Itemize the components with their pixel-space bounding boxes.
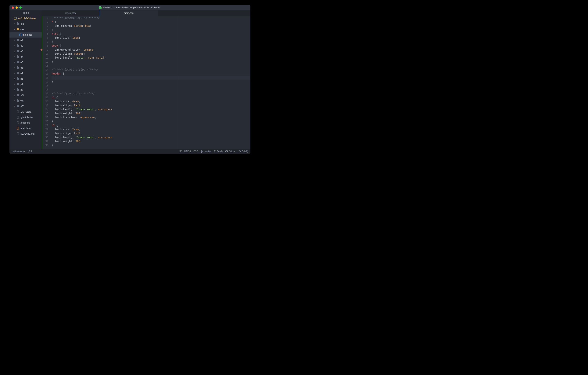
tree-item[interactable]: ▾css: [10, 27, 42, 32]
status-github[interactable]: GitHub: [225, 150, 236, 153]
code-line[interactable]: [52, 88, 251, 92]
status-fetch[interactable]: Fetch: [213, 150, 223, 153]
tree-root[interactable]: ▾avt217-fa20-tues: [10, 16, 42, 21]
minimize-icon[interactable]: [16, 6, 18, 9]
code-line[interactable]: [52, 84, 251, 88]
tree-item[interactable]: ›w5: [10, 92, 42, 98]
code-line[interactable]: }: [52, 28, 251, 32]
code-line[interactable]: background-color: tomato;: [52, 48, 251, 52]
code-line[interactable]: /****** general styles ******/: [52, 16, 251, 20]
code-line[interactable]: }: [52, 120, 251, 123]
code-line[interactable]: font-size: 4rem;: [52, 99, 251, 103]
tab[interactable]: index.html: [42, 10, 100, 16]
tree-item[interactable]: README.md: [10, 131, 42, 136]
folder-icon: [17, 94, 19, 96]
code-line[interactable]: header {: [52, 72, 251, 76]
file-icon: [17, 132, 19, 135]
tree-item[interactable]: ›w7: [10, 103, 42, 109]
status-path[interactable]: css/main.css: [12, 150, 25, 153]
code-line[interactable]: [52, 64, 251, 68]
code-line[interactable]: }: [52, 40, 251, 44]
line-number: 22: [42, 99, 49, 103]
status-lang[interactable]: CSS: [193, 150, 198, 153]
tree-item-label: p1: [21, 77, 23, 80]
code-line[interactable]: }: [52, 143, 251, 147]
tree-item-label: w5: [21, 94, 24, 97]
tree-root-label: avt217-fa20-tues: [18, 17, 36, 20]
tree-item[interactable]: ›e1: [10, 38, 42, 43]
tree-item[interactable]: .gitignore: [10, 120, 42, 125]
code-line[interactable]: font-weight: 700;: [52, 139, 251, 143]
tree-item[interactable]: ›p2: [10, 81, 42, 87]
line-number: 30: [42, 131, 49, 135]
tree-item[interactable]: ›w6: [10, 98, 42, 103]
tree-item[interactable]: ›e2: [10, 43, 42, 49]
tree-item[interactable]: .DS_Store: [10, 109, 42, 114]
line-number: 10: [42, 52, 49, 56]
tree-item[interactable]: ›e3: [10, 49, 42, 54]
file-tree[interactable]: ▾avt217-fa20-tues›.git▾cssmain.css›e1›e2…: [10, 16, 42, 149]
zoom-icon[interactable]: [19, 6, 21, 9]
code-line[interactable]: text-align: center;: [52, 52, 251, 56]
line-number: 14: [42, 68, 49, 72]
code-line[interactable]: font-size: 2rem;: [52, 127, 251, 131]
file-icon: [17, 121, 19, 124]
tree-item[interactable]: ›e4: [10, 54, 42, 60]
folder-icon: [17, 61, 19, 63]
code-line[interactable]: h2 {: [52, 123, 251, 127]
tree-item[interactable]: index.html: [10, 125, 42, 131]
tree-item[interactable]: ›.git: [10, 21, 42, 27]
tab[interactable]: main.css: [100, 10, 158, 16]
code-line[interactable]: body {: [52, 44, 251, 48]
line-number: 24: [42, 108, 49, 111]
folder-icon: [17, 28, 19, 30]
code-line[interactable]: font-size: 16px;: [52, 36, 251, 40]
status-git[interactable]: Git (2): [239, 150, 248, 153]
tree-item-label: .gitignore: [20, 121, 30, 124]
code-line[interactable]: }: [52, 80, 251, 84]
code-line[interactable]: font-weight: 700;: [52, 111, 251, 115]
code-line[interactable]: text-align: left;: [52, 131, 251, 135]
status-encoding[interactable]: UTF-8: [184, 150, 191, 153]
sidebar-header: Project: [10, 10, 42, 16]
tree-item[interactable]: ›e6: [10, 65, 42, 70]
tree-item[interactable]: ›e5: [10, 60, 42, 65]
status-branch[interactable]: master: [201, 150, 211, 153]
tree-item-label: w7: [21, 105, 24, 108]
code-line[interactable]: h1 {: [52, 96, 251, 99]
editor[interactable]: 1234567891011121314151617181920212223242…: [42, 16, 251, 149]
code-line[interactable]: font-family: 'Space Mono', monospace;: [52, 108, 251, 111]
code-area[interactable]: /****** general styles ******/* { box-si…: [50, 16, 251, 149]
line-number: 6: [42, 36, 49, 40]
code-line[interactable]: /****** layout styles ******/: [52, 68, 251, 72]
code-line[interactable]: html {: [52, 32, 251, 36]
tree-item[interactable]: ›p1: [10, 76, 42, 81]
code-line[interactable]: [52, 76, 251, 80]
line-number: 28: [42, 123, 49, 127]
tab-bar: index.htmlmain.css: [42, 10, 251, 16]
window-title: main.css — ~/Documents/Repositories/avt2…: [99, 6, 161, 9]
titlebar[interactable]: main.css — ~/Documents/Repositories/avt2…: [10, 5, 251, 10]
status-cursor[interactable]: 16:3: [27, 150, 32, 153]
code-line[interactable]: font-family: 'Space Mono', monospace;: [52, 135, 251, 139]
tree-item[interactable]: ›pt: [10, 87, 42, 92]
code-line[interactable]: text-align: left;: [52, 103, 251, 108]
tab-label: main.css: [124, 11, 133, 14]
code-line[interactable]: box-sizing: border-box;: [52, 24, 251, 28]
gutter: 1234567891011121314151617181920212223242…: [42, 16, 50, 149]
folder-icon: [17, 56, 19, 58]
file-icon: [99, 6, 102, 9]
code-line[interactable]: font-family: 'Lato', sans-serif;: [52, 56, 251, 60]
file-icon: [17, 127, 19, 130]
code-line[interactable]: text-transform: uppercase;: [52, 115, 251, 120]
close-icon[interactable]: [12, 6, 14, 9]
folder-icon: [17, 67, 19, 69]
tree-item[interactable]: .gitattributes: [10, 114, 42, 120]
line-number: 2: [42, 20, 49, 24]
tree-item[interactable]: main.css: [10, 32, 42, 38]
code-line[interactable]: /****** type styles ******/: [52, 92, 251, 96]
status-eol[interactable]: LF: [179, 150, 182, 153]
code-line[interactable]: }: [52, 60, 251, 64]
code-line[interactable]: * {: [52, 20, 251, 24]
tree-item[interactable]: ›e9: [10, 70, 42, 76]
